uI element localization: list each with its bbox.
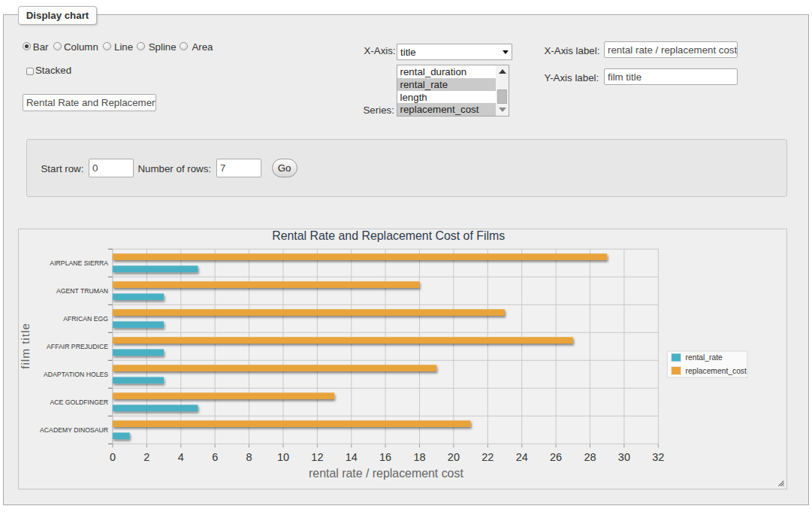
svg-text:rental rate / replacement cost: rental rate / replacement cost <box>309 467 463 480</box>
svg-text:ADAPTATION HOLES: ADAPTATION HOLES <box>44 371 108 378</box>
svg-text:AGENT TRUMAN: AGENT TRUMAN <box>56 287 108 295</box>
svg-text:replacement_cost: replacement_cost <box>686 367 747 375</box>
svg-text:16: 16 <box>379 451 391 463</box>
svg-text:4: 4 <box>178 451 184 463</box>
svg-text:ACADEMY DINOSAUR: ACADEMY DINOSAUR <box>40 426 108 434</box>
svg-text:20: 20 <box>448 451 460 463</box>
svg-text:AIRPLANE SIERRA: AIRPLANE SIERRA <box>50 259 108 267</box>
svg-text:28: 28 <box>584 451 596 463</box>
svg-text:Rental Rate and Replacement Co: Rental Rate and Replacement Cost of Film… <box>272 229 505 242</box>
svg-text:8: 8 <box>246 451 252 463</box>
svg-text:2: 2 <box>143 451 149 463</box>
svg-text:AFRICAN EGG: AFRICAN EGG <box>63 315 108 323</box>
svg-text:12: 12 <box>311 451 323 463</box>
svg-text:ACE GOLDFINGER: ACE GOLDFINGER <box>50 398 108 406</box>
svg-text:18: 18 <box>413 451 425 463</box>
svg-text:24: 24 <box>516 451 528 463</box>
svg-text:32: 32 <box>652 451 664 463</box>
svg-text:6: 6 <box>212 451 218 463</box>
svg-text:0: 0 <box>110 451 116 463</box>
svg-text:film title: film title <box>19 323 32 369</box>
svg-text:26: 26 <box>550 451 562 463</box>
svg-text:14: 14 <box>346 451 358 463</box>
svg-text:30: 30 <box>618 451 630 463</box>
svg-text:AFFAIR PREJUDICE: AFFAIR PREJUDICE <box>47 343 108 350</box>
svg-text:10: 10 <box>277 451 289 463</box>
svg-text:rental_rate: rental_rate <box>686 353 723 362</box>
svg-text:22: 22 <box>481 451 494 463</box>
